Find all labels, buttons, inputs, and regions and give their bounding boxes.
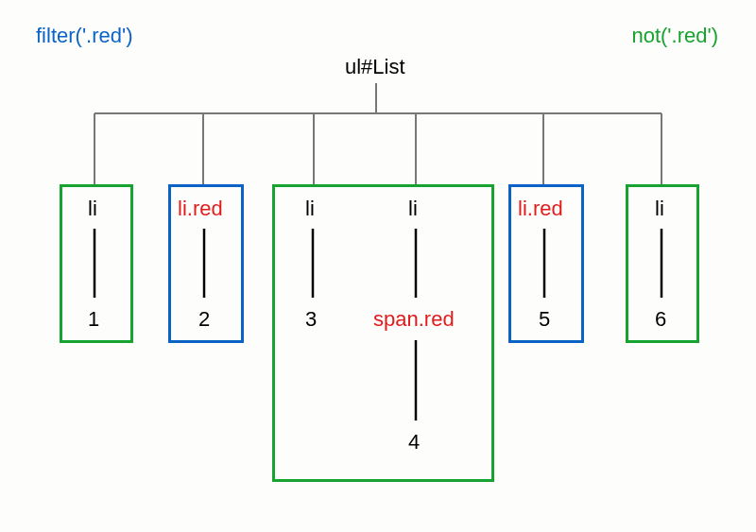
node-4-span-label: span.red — [373, 307, 455, 332]
filter-method-label: filter('.red') — [36, 24, 133, 48]
node-6-value: 6 — [655, 307, 666, 332]
node-2-label: li.red — [178, 197, 223, 221]
node-6-label: li — [655, 197, 664, 221]
node-1-value: 1 — [88, 307, 99, 332]
node-4-value: 4 — [408, 430, 420, 455]
node-5-label: li.red — [518, 197, 563, 221]
node-5-value: 5 — [539, 307, 550, 332]
node-3-label: li — [305, 197, 315, 221]
node-1-label: li — [88, 197, 97, 221]
node-3-value: 3 — [305, 307, 317, 332]
root-node-label: ul#List — [345, 55, 405, 79]
node-2-value: 2 — [198, 307, 210, 332]
node-3-4-box — [272, 184, 494, 482]
node-4-label: li — [408, 197, 418, 221]
not-method-label: not('.red') — [631, 24, 718, 48]
diagram-stage: filter('.red') not('.red') ul#List li 1 … — [0, 0, 756, 532]
